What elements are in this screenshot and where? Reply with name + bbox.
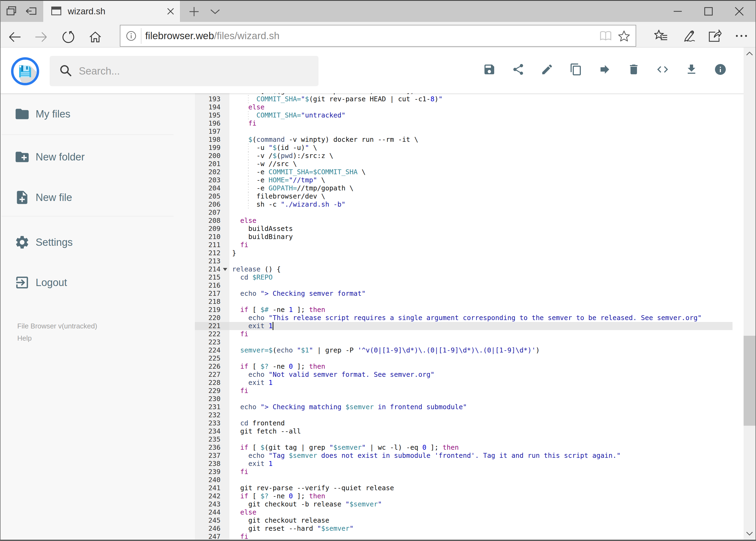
code-line-207 <box>229 209 732 217</box>
reading-view-icon[interactable] <box>597 27 615 45</box>
sidebar-item-logout[interactable]: Logout <box>0 270 195 295</box>
page-scrollbar[interactable] <box>744 48 755 540</box>
window-border-left <box>0 0 1 541</box>
more-icon[interactable] <box>732 26 751 45</box>
code-line-199: -u "$(id -u)" \ <box>229 144 732 152</box>
pencil-icon <box>541 63 554 76</box>
new-tab-icon[interactable] <box>186 5 202 19</box>
code-line-245: git checkout release <box>229 516 732 525</box>
line-number: 229 <box>195 387 229 395</box>
forward-icon[interactable] <box>32 28 50 46</box>
app-version[interactable]: File Browser v(untracked) <box>17 320 97 332</box>
line-number: 226 <box>195 362 229 370</box>
arrow-forward-icon <box>599 63 611 76</box>
site-info-icon[interactable] <box>122 26 141 46</box>
line-number: 222 <box>195 330 229 338</box>
indent-guide <box>248 168 249 176</box>
line-number: 234 <box>195 427 229 435</box>
sidebar-item-label: New file <box>36 192 72 204</box>
line-number: 245 <box>195 516 229 525</box>
url-path: /files/wizard.sh <box>214 30 280 41</box>
raw-button[interactable] <box>656 63 669 76</box>
ink-pen-icon[interactable] <box>679 26 698 45</box>
sidebar-item-new-file[interactable]: New file <box>0 185 195 211</box>
browser-tab[interactable]: wizard.sh <box>43 1 180 22</box>
code-line-210: buildBinary <box>229 233 732 241</box>
tab-list-chevron-icon[interactable] <box>207 5 223 19</box>
url-text[interactable]: filebrowser.web/files/wizard.sh <box>145 30 597 42</box>
browser-toolbar: filebrowser.web/files/wizard.sh <box>0 22 756 48</box>
sidebar-item-label: New folder <box>36 151 85 163</box>
copy-button[interactable] <box>570 63 583 76</box>
sidebar: My filesNew folderNew fileSettingsLogout… <box>0 93 195 541</box>
info-button[interactable] <box>714 63 727 76</box>
help-link[interactable]: Help <box>17 332 97 344</box>
line-number: 205 <box>195 192 229 201</box>
code-line-235 <box>229 435 732 443</box>
code-line-240 <box>229 476 732 484</box>
code-line-208: else <box>229 217 732 225</box>
scroll-up-icon[interactable] <box>744 48 755 59</box>
code-editor[interactable]: 1921931941951961971981992002012022032042… <box>195 93 744 541</box>
indent-guide <box>248 192 249 201</box>
indent-guide <box>248 160 249 168</box>
code-line-201: -w //src \ <box>229 160 732 168</box>
code-line-194: else <box>229 103 732 111</box>
delete-button[interactable] <box>627 63 640 76</box>
line-number: 228 <box>195 379 229 387</box>
line-number: 218 <box>195 297 229 306</box>
line-number: 238 <box>195 460 229 468</box>
save-icon <box>483 63 496 76</box>
line-number: 203 <box>195 176 229 184</box>
window-border-bottom <box>0 540 756 541</box>
favorite-star-icon[interactable] <box>615 27 633 45</box>
close-icon[interactable] <box>731 3 748 20</box>
share-button[interactable] <box>512 63 525 76</box>
line-number: 227 <box>195 370 229 379</box>
hub-favorites-icon[interactable] <box>652 26 671 45</box>
download-button[interactable] <box>685 63 698 76</box>
code-line-212: } <box>229 249 732 257</box>
line-number: 199 <box>195 144 229 152</box>
fold-arrow-icon[interactable] <box>223 268 227 271</box>
set-tabs-aside-icon[interactable] <box>24 4 39 19</box>
line-number: 202 <box>195 168 229 176</box>
editor-gutter: 1921931941951961971981992002012022032042… <box>195 93 229 541</box>
code-line-220: echo "This release script requires a sin… <box>229 314 732 322</box>
code-line-228: exit 1 <box>229 379 732 387</box>
editor-content[interactable]: if [ "$(git status --porcelain)" == "" ]… <box>229 93 732 541</box>
scroll-down-icon[interactable] <box>744 528 755 540</box>
address-bar[interactable]: filebrowser.web/files/wizard.sh <box>120 25 636 47</box>
back-icon[interactable] <box>6 28 24 46</box>
move-button[interactable] <box>599 63 611 76</box>
code-line-226: if [ $? -ne 0 ]; then <box>229 362 732 370</box>
search-bar[interactable]: Search... <box>50 56 319 86</box>
floppy-disk-logo[interactable] <box>11 57 39 85</box>
code-line-192: if [ "$(git status --porcelain)" == "" ]… <box>229 93 732 95</box>
scrollbar-thumb[interactable] <box>744 336 755 426</box>
copy-icon <box>570 63 583 76</box>
minimize-icon[interactable] <box>669 3 686 20</box>
download-icon <box>685 63 698 76</box>
line-number: 235 <box>195 435 229 443</box>
sidebar-item-my-files[interactable]: My files <box>0 101 195 127</box>
share-icon[interactable] <box>705 26 724 45</box>
code-line-223 <box>229 338 732 346</box>
tab-preview-icon[interactable] <box>4 4 19 19</box>
sidebar-item-label: Settings <box>36 237 73 248</box>
text-cursor <box>273 322 273 330</box>
sidebar-item-new-folder[interactable]: New folder <box>0 144 195 170</box>
refresh-icon[interactable] <box>59 28 77 46</box>
sidebar-item-settings[interactable]: Settings <box>0 229 195 255</box>
home-icon[interactable] <box>87 28 104 46</box>
save-button[interactable] <box>483 63 496 76</box>
code-icon <box>656 63 669 76</box>
maximize-icon[interactable] <box>700 3 717 20</box>
info-filled-icon <box>714 63 727 76</box>
tab-close-icon[interactable] <box>163 4 178 19</box>
edit-button[interactable] <box>541 63 554 76</box>
code-line-246: git reset --hard "$semver" <box>229 525 732 533</box>
edge-browser-window: wizard.sh <box>0 0 756 541</box>
gear-icon <box>14 235 30 250</box>
code-line-200: -v /$(pwd):/src:z \ <box>229 152 732 160</box>
